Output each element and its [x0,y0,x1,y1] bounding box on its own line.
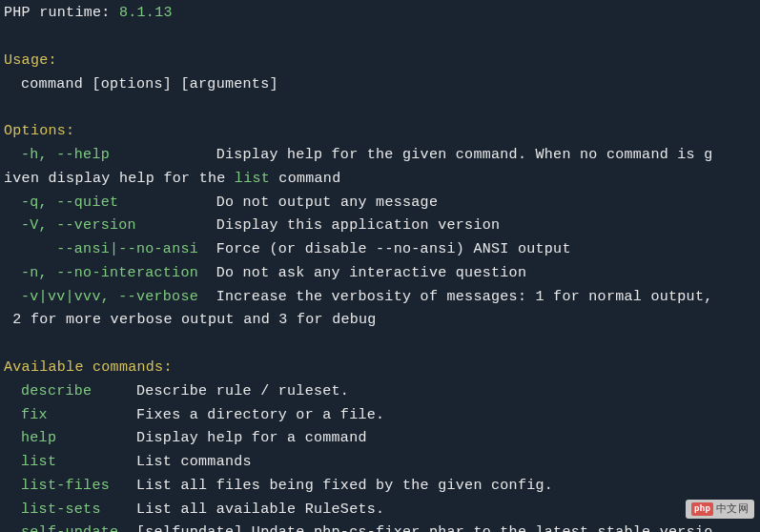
command-name: fix [21,407,48,423]
option-flag: --ansi|--no-ansi [56,241,198,257]
option-row: --ansi|--no-ansi Force (or disable --no-… [4,238,760,262]
command-row: help Display help for a command [4,427,760,451]
option-flag: -n, --no-interaction [21,265,198,281]
usage-text: command [options] [arguments] [4,73,760,97]
command-row: list-sets List all available RuleSets. [4,499,760,522]
option-flag: -V, --version [21,217,136,234]
option-row: -n, --no-interaction Do not ask any inte… [4,262,760,286]
watermark-text: 中文网 [716,501,749,518]
command-desc: Display help for a command [136,430,367,446]
command-row: list-files List all files being fixed by… [4,475,760,499]
spacer [4,26,760,50]
command-row: self-update [selfupdate] Update php-cs-f… [4,522,760,532]
list-highlight: list [235,171,270,187]
command-desc: List commands [136,454,252,470]
spacer [4,333,760,357]
option-flag: -v|vv|vvv, --verbose [21,289,198,305]
option-desc: Force (or disable --no-ansi) ANSI output [216,241,571,257]
option-desc: Display help for the given command. When… [216,147,713,163]
command-name: describe [21,383,92,399]
option-continuation: 2 for more verbose output and 3 for debu… [4,309,760,333]
command-name: list-sets [21,501,101,518]
runtime-line: PHP runtime: 8.1.13 [4,2,760,26]
command-desc: List all available RuleSets. [136,501,384,518]
command-desc: List all files being fixed by the given … [136,478,553,494]
option-desc: Display this application version [216,217,501,234]
command-row: describe Describe rule / ruleset. [4,380,760,404]
option-desc: Do not ask any interactive question [216,265,527,281]
command-name: help [21,430,56,446]
command-desc: [selfupdate] Update php-cs-fixer.phar to… [136,524,713,532]
option-desc: Increase the verbosity of messages: 1 fo… [216,289,713,305]
runtime-label: PHP runtime: [4,5,119,21]
command-name: list-files [21,478,110,494]
command-desc: Fixes a directory or a file. [136,407,384,423]
command-row: fix Fixes a directory or a file. [4,404,760,428]
usage-heading: Usage: [4,50,760,73]
command-name: self-update [21,524,118,532]
spacer [4,96,760,120]
option-continuation: iven display help for the list command [4,168,760,192]
command-desc: Describe rule / ruleset. [136,383,349,399]
options-heading: Options: [4,120,760,144]
option-row: -h, --help Display help for the given co… [4,144,760,168]
option-row: -q, --quiet Do not output any message [4,192,760,215]
option-desc: Do not output any message [216,194,439,211]
watermark: php 中文网 [686,500,754,519]
runtime-version: 8.1.13 [119,5,173,21]
option-flag: -h, --help [21,147,110,163]
option-row: -V, --version Display this application v… [4,215,760,238]
option-flag: -q, --quiet [21,194,118,211]
command-name: list [21,454,56,470]
command-row: list List commands [4,451,760,475]
watermark-badge: php [691,502,713,517]
option-row: -v|vv|vvv, --verbose Increase the verbos… [4,286,760,310]
commands-heading: Available commands: [4,357,760,380]
